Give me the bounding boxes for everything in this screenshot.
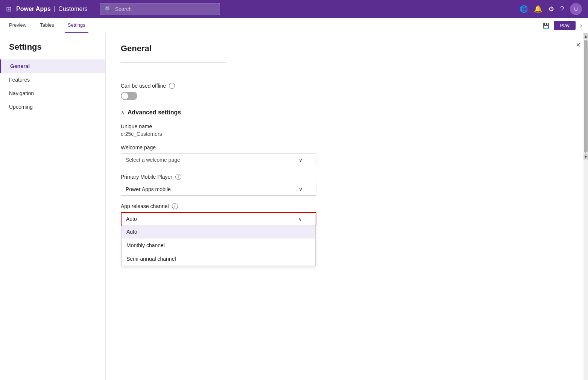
scrollbar-down-button[interactable]: ▼ [583,154,588,160]
welcome-page-chevron-icon: ∨ [299,157,302,163]
offline-label: Can be used offline [121,83,166,89]
topbar: ⊞ Power Apps | Customers 🔍 🌐 🔔 ⚙ ? U [0,0,588,18]
avatar[interactable]: U [570,3,582,15]
tab-settings[interactable]: Settings [65,18,88,33]
welcome-page-group: Welcome page Select a welcome page ∨ [121,144,573,166]
offline-toggle[interactable] [121,92,137,100]
app-release-channel-info-icon[interactable]: i [172,203,178,209]
app-release-chevron-icon: ∨ [298,216,302,222]
dropdown-option-monthly[interactable]: Monthly channel [122,239,315,252]
primary-mobile-player-select[interactable]: Power Apps mobile ∨ [121,183,316,196]
settings-nav-navigation[interactable]: Navigation [0,87,105,100]
app-name-topbar: Customers [58,6,87,12]
search-icon: 🔍 [105,6,112,13]
secondbar-right: 💾 Play › [543,21,582,30]
topbar-right: 🌐 🔔 ⚙ ? U [520,3,582,15]
welcome-page-placeholder: Select a welcome page [126,157,180,163]
grid-icon[interactable]: ⊞ [6,5,12,13]
scrollbar-thumb[interactable] [584,40,588,153]
search-bar[interactable]: 🔍 [100,3,220,15]
primary-mobile-player-select-container: Power Apps mobile ∨ [121,183,316,196]
secondbar: Preview Tables Settings 💾 Play › [0,18,588,33]
advanced-settings-title: Advanced settings [128,109,181,116]
primary-mobile-player-row: Primary Mobile Player i [121,174,573,180]
dropdown-option-semi-annual[interactable]: Semi-annual channel [122,252,315,266]
app-release-channel-group: App release channel i Auto ∨ Auto Monthl… [121,203,573,226]
settings-modal: Settings General Features Navigation Upc… [0,33,588,380]
app-release-channel-dropdown: Auto Monthly channel Semi-annual channel [122,225,316,266]
brand-name: Power Apps [16,6,51,12]
welcome-page-select-container: Select a welcome page ∨ [121,154,316,166]
advanced-settings-header: ∧ Advanced settings [121,109,573,116]
app-release-channel-row: App release channel i [121,203,573,209]
unique-name-value: cr25c_Customers [121,131,573,137]
settings-content: General × Can be used offline i ∧ Advanc… [105,33,588,380]
unique-name-group: Unique name cr25c_Customers [121,123,573,137]
primary-mobile-info-icon[interactable]: i [175,174,181,180]
dropdown-option-auto[interactable]: Auto [122,225,315,239]
settings-nav-upcoming[interactable]: Upcoming [0,100,105,114]
play-button[interactable]: Play [554,21,575,30]
primary-mobile-player-value: Power Apps mobile [126,186,171,192]
scrollbar-track: ▲ ▼ [583,33,588,380]
brand-logo: Power Apps | Customers [16,6,88,12]
primary-mobile-chevron-icon: ∨ [299,186,302,192]
primary-mobile-player-label: Primary Mobile Player [121,174,172,180]
app-release-channel-value: Auto [126,216,137,222]
welcome-page-label: Welcome page [121,144,573,150]
toggle-knob [122,93,128,99]
unique-name-label: Unique name [121,123,573,129]
globe-icon[interactable]: 🌐 [520,5,528,13]
main-area: 📋 🗄 ⚙ App tile preview % ▲ ▼ ⊕ [0,33,588,380]
welcome-page-select[interactable]: Select a welcome page ∨ [121,154,316,166]
app-release-channel-select[interactable]: Auto ∨ [122,213,316,225]
settings-nav-features[interactable]: Features [0,73,105,87]
offline-info-icon[interactable]: i [169,83,175,89]
app-release-channel-select-container: Auto ∨ Auto Monthly channel Semi-annual … [121,212,316,226]
app-name-input[interactable] [121,62,226,75]
brand-separator: | [54,6,55,12]
settings-nav-general[interactable]: General [0,59,105,73]
save-icon[interactable]: 💾 [543,23,549,29]
tab-preview[interactable]: Preview [6,18,29,33]
scrollbar-up-button[interactable]: ▲ [583,33,588,39]
search-input[interactable] [115,6,215,12]
close-button[interactable]: × [576,41,580,49]
app-release-channel-label: App release channel [121,203,169,209]
chevron-up-icon[interactable]: ∧ [121,109,125,116]
chevron-right-icon[interactable]: › [580,22,582,29]
settings-content-title: General [121,44,573,53]
settings-icon[interactable]: ⚙ [548,5,554,13]
help-icon[interactable]: ? [560,5,564,13]
settings-sidebar: Settings General Features Navigation Upc… [0,33,105,380]
settings-title: Settings [0,42,105,59]
tab-tables[interactable]: Tables [37,18,57,33]
bell-icon[interactable]: 🔔 [534,5,542,13]
offline-field-row: Can be used offline i [121,83,573,89]
primary-mobile-player-group: Primary Mobile Player i Power Apps mobil… [121,174,573,196]
